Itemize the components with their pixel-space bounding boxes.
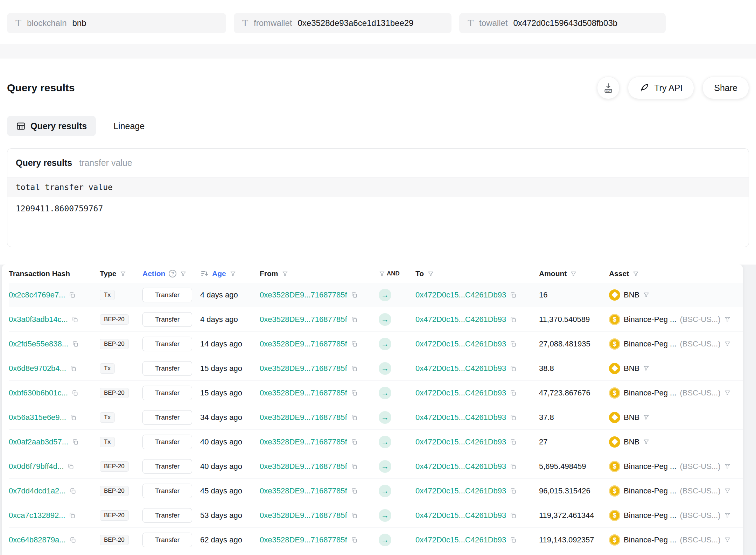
- filter-icon[interactable]: [724, 316, 731, 323]
- filter-icon[interactable]: [724, 536, 731, 543]
- filter-icon[interactable]: [180, 271, 187, 277]
- filter-icon[interactable]: [724, 463, 731, 470]
- transaction-hash-link[interactable]: 0x7dd4dcd1a2...: [9, 486, 66, 496]
- copy-icon[interactable]: [351, 438, 358, 445]
- tab-lineage[interactable]: Lineage: [113, 121, 145, 131]
- transaction-hash-link[interactable]: 0x6d8e9702b4...: [9, 364, 66, 373]
- transaction-hash-link[interactable]: 0x2fd5e55e838...: [9, 339, 68, 349]
- copy-icon[interactable]: [70, 414, 77, 421]
- filter-icon[interactable]: [724, 512, 731, 519]
- share-button[interactable]: Share: [702, 77, 749, 99]
- transaction-hash-link[interactable]: 0xca7c132892...: [9, 511, 65, 520]
- filter-icon[interactable]: [570, 271, 577, 277]
- to-address-link[interactable]: 0x472D0c15...C4261Db93: [415, 413, 506, 422]
- to-address-link[interactable]: 0x472D0c15...C4261Db93: [415, 486, 506, 496]
- copy-icon[interactable]: [351, 536, 358, 543]
- copy-icon[interactable]: [351, 463, 358, 470]
- filter-icon[interactable]: [643, 365, 650, 372]
- to-address-link[interactable]: 0x472D0c15...C4261Db93: [415, 535, 506, 545]
- from-address-link[interactable]: 0xe3528DE9...71687785f: [260, 437, 347, 447]
- copy-icon[interactable]: [510, 340, 517, 347]
- filter-icon[interactable]: [282, 271, 288, 277]
- filter-icon[interactable]: [724, 389, 731, 396]
- param-blockchain[interactable]: T blockchain bnb: [7, 13, 226, 33]
- to-address-link[interactable]: 0x472D0c15...C4261Db93: [415, 339, 506, 349]
- transaction-hash-link[interactable]: 0x0d6f79bff4d...: [9, 462, 64, 471]
- copy-icon[interactable]: [351, 316, 358, 323]
- copy-icon[interactable]: [70, 365, 77, 372]
- copy-icon[interactable]: [69, 487, 76, 494]
- from-address-link[interactable]: 0xe3528DE9...71687785f: [260, 315, 347, 324]
- filter-icon[interactable]: [724, 487, 731, 494]
- copy-icon[interactable]: [71, 316, 78, 323]
- from-address-link[interactable]: 0xe3528DE9...71687785f: [260, 462, 347, 471]
- transaction-hash-link[interactable]: 0xbf630b6b01c...: [9, 388, 68, 398]
- arrow-cell: →: [379, 436, 415, 448]
- filter-icon[interactable]: [120, 271, 126, 277]
- sort-descending-icon[interactable]: [200, 269, 209, 278]
- filter-icon[interactable]: [724, 340, 731, 347]
- from-address-link[interactable]: 0xe3528DE9...71687785f: [260, 535, 347, 545]
- help-icon[interactable]: ?: [169, 270, 176, 278]
- copy-icon[interactable]: [510, 365, 517, 372]
- copy-icon[interactable]: [510, 512, 517, 519]
- export-csv-button[interactable]: CSV: [597, 77, 620, 99]
- to-address-link[interactable]: 0x472D0c15...C4261Db93: [415, 315, 506, 324]
- from-address-link[interactable]: 0xe3528DE9...71687785f: [260, 364, 347, 373]
- asset-suffix: (BSC-US...): [680, 511, 720, 520]
- copy-icon[interactable]: [67, 463, 74, 470]
- transaction-hash-link[interactable]: 0x3a0f3adb14c...: [9, 315, 68, 324]
- copy-icon[interactable]: [510, 291, 517, 298]
- from-address-link[interactable]: 0xe3528DE9...71687785f: [260, 486, 347, 496]
- param-fromwallet[interactable]: T fromwallet 0xe3528de93a6ce1d131bee29: [234, 13, 451, 33]
- to-address-link[interactable]: 0x472D0c15...C4261Db93: [415, 364, 506, 373]
- to-address-link[interactable]: 0x472D0c15...C4261Db93: [415, 462, 506, 471]
- to-address-link[interactable]: 0x472D0c15...C4261Db93: [415, 290, 506, 300]
- copy-icon[interactable]: [510, 438, 517, 445]
- tab-query-results[interactable]: Query results: [7, 116, 96, 136]
- from-address-link[interactable]: 0xe3528DE9...71687785f: [260, 511, 347, 520]
- copy-icon[interactable]: [351, 389, 358, 396]
- copy-icon[interactable]: [510, 536, 517, 543]
- copy-icon[interactable]: [69, 536, 76, 543]
- transaction-hash-link[interactable]: 0x56a315e6e9...: [9, 413, 66, 422]
- transaction-hash-link[interactable]: 0x2c8c4769e7...: [9, 290, 65, 300]
- filter-icon[interactable]: [643, 438, 650, 445]
- param-towallet[interactable]: T towallet 0x472d0c159643d508fb03b: [459, 13, 666, 33]
- try-api-button[interactable]: Try API: [628, 77, 694, 99]
- copy-icon[interactable]: [351, 512, 358, 519]
- copy-icon[interactable]: [72, 340, 79, 347]
- filter-icon[interactable]: [643, 291, 650, 298]
- filter-icon[interactable]: [643, 414, 650, 421]
- from-address-link[interactable]: 0xe3528DE9...71687785f: [260, 388, 347, 398]
- copy-icon[interactable]: [510, 389, 517, 396]
- copy-icon[interactable]: [510, 316, 517, 323]
- filter-icon[interactable]: [427, 271, 434, 277]
- copy-icon[interactable]: [71, 389, 78, 396]
- text-param-icon: T: [242, 18, 248, 28]
- to-address-link[interactable]: 0x472D0c15...C4261Db93: [415, 437, 506, 447]
- copy-icon[interactable]: [69, 512, 76, 519]
- copy-icon[interactable]: [510, 487, 517, 494]
- transaction-hash-link[interactable]: 0x0af2aab3d57...: [9, 437, 68, 447]
- copy-icon[interactable]: [510, 463, 517, 470]
- from-address-link[interactable]: 0xe3528DE9...71687785f: [260, 290, 347, 300]
- copy-icon[interactable]: [351, 340, 358, 347]
- copy-icon[interactable]: [510, 414, 517, 421]
- from-address-link[interactable]: 0xe3528DE9...71687785f: [260, 413, 347, 422]
- filter-icon[interactable]: [632, 271, 639, 277]
- copy-icon[interactable]: [351, 487, 358, 494]
- copy-icon[interactable]: [351, 414, 358, 421]
- from-address-link[interactable]: 0xe3528DE9...71687785f: [260, 339, 347, 349]
- copy-icon[interactable]: [351, 365, 358, 372]
- transaction-hash-link[interactable]: 0xc64b82879a...: [9, 535, 66, 545]
- param-label: towallet: [479, 18, 507, 28]
- and-filter-chip[interactable]: AND: [379, 270, 400, 277]
- filter-icon[interactable]: [230, 271, 236, 277]
- copy-icon[interactable]: [351, 291, 358, 298]
- to-address-link[interactable]: 0x472D0c15...C4261Db93: [415, 388, 506, 398]
- amount-value: 27: [539, 437, 547, 447]
- to-address-link[interactable]: 0x472D0c15...C4261Db93: [415, 511, 506, 520]
- copy-icon[interactable]: [69, 291, 76, 298]
- copy-icon[interactable]: [72, 438, 79, 445]
